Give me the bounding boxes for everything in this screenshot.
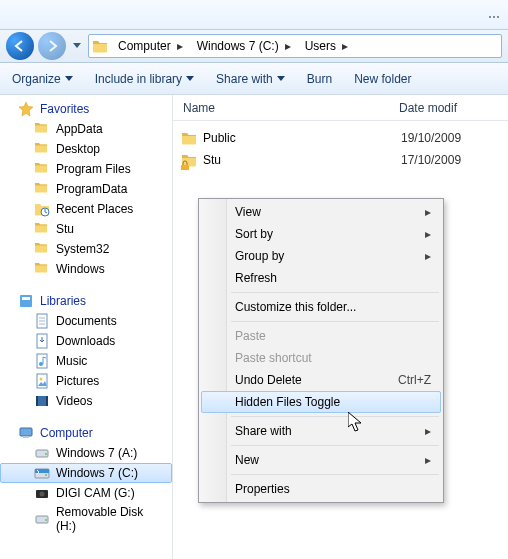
file-name: Stu [203, 153, 221, 167]
command-bar: Organize Include in library Share with B… [0, 63, 508, 95]
menu-paste-shortcut: Paste shortcut [201, 347, 441, 369]
sidebar-item-removable[interactable]: Removable Disk (H:) [0, 503, 172, 535]
menu-view[interactable]: View▸ [201, 201, 441, 223]
file-date: 19/10/2009 [401, 131, 461, 145]
chevron-right-icon: ▸ [425, 249, 431, 263]
file-name: Public [203, 131, 236, 145]
folder-icon [89, 38, 111, 54]
shortcut-label: Ctrl+Z [398, 373, 431, 387]
menu-paste: Paste [201, 325, 441, 347]
menu-new[interactable]: New▸ [201, 449, 441, 471]
sidebar-item-videos[interactable]: Videos [0, 391, 172, 411]
menu-customize[interactable]: Customize this folder... [201, 296, 441, 318]
window-titlebar: ⋯ [0, 0, 508, 30]
chevron-right-icon: ▸ [425, 453, 431, 467]
menu-undo-delete[interactable]: Undo DeleteCtrl+Z [201, 369, 441, 391]
menu-properties[interactable]: Properties [201, 478, 441, 500]
sidebar-item-downloads[interactable]: Downloads [0, 331, 172, 351]
sidebar-item-system32[interactable]: System32 [0, 239, 172, 259]
sidebar-item-documents[interactable]: Documents [0, 311, 172, 331]
folder-icon [181, 130, 197, 146]
chevron-right-icon[interactable]: ▸ [174, 39, 186, 53]
chevron-right-icon[interactable]: ▸ [282, 39, 294, 53]
column-date[interactable]: Date modif [399, 101, 508, 115]
menu-hidden-files-toggle[interactable]: Hidden Files Toggle [201, 391, 441, 413]
crumb-computer[interactable]: Computer▸ [111, 35, 190, 57]
chevron-right-icon: ▸ [425, 424, 431, 438]
back-button[interactable] [6, 32, 34, 60]
navigation-pane: Favorites AppData Desktop Program Files … [0, 95, 173, 559]
burn-button[interactable]: Burn [307, 72, 332, 86]
file-row-stu[interactable]: Stu 17/10/2009 [173, 149, 508, 171]
menu-share-with[interactable]: Share with▸ [201, 420, 441, 442]
libraries-header[interactable]: Libraries [0, 291, 172, 311]
chevron-right-icon[interactable]: ▸ [339, 39, 351, 53]
menu-refresh[interactable]: Refresh [201, 267, 441, 289]
history-dropdown[interactable] [70, 43, 84, 49]
sidebar-item-program-files[interactable]: Program Files [0, 159, 172, 179]
sidebar-item-stu[interactable]: Stu [0, 219, 172, 239]
menu-group-by[interactable]: Group by▸ [201, 245, 441, 267]
file-date: 17/10/2009 [401, 153, 461, 167]
file-row-public[interactable]: Public 19/10/2009 [173, 127, 508, 149]
sidebar-item-drive-c[interactable]: Windows 7 (C:) [0, 463, 172, 483]
forward-button[interactable] [38, 32, 66, 60]
sidebar-item-recent-places[interactable]: Recent Places [0, 199, 172, 219]
address-bar[interactable]: Computer▸ Windows 7 (C:)▸ Users▸ [88, 34, 502, 58]
nav-row: Computer▸ Windows 7 (C:)▸ Users▸ [0, 30, 508, 63]
organize-button[interactable]: Organize [12, 72, 73, 86]
sidebar-item-programdata[interactable]: ProgramData [0, 179, 172, 199]
chevron-right-icon: ▸ [425, 227, 431, 241]
chevron-down-icon [277, 76, 285, 81]
favorites-header[interactable]: Favorites [0, 99, 172, 119]
column-name[interactable]: Name [179, 101, 399, 115]
sidebar-item-music[interactable]: Music [0, 351, 172, 371]
sidebar-item-windows[interactable]: Windows [0, 259, 172, 279]
share-with-button[interactable]: Share with [216, 72, 285, 86]
sidebar-item-desktop[interactable]: Desktop [0, 139, 172, 159]
lock-icon [179, 158, 191, 170]
sidebar-item-appdata[interactable]: AppData [0, 119, 172, 139]
title-overflow: ⋯ [488, 10, 500, 24]
chevron-down-icon [186, 76, 194, 81]
sidebar-item-drive-a[interactable]: Windows 7 (A:) [0, 443, 172, 463]
chevron-right-icon: ▸ [425, 205, 431, 219]
sidebar-item-pictures[interactable]: Pictures [0, 371, 172, 391]
new-folder-button[interactable]: New folder [354, 72, 411, 86]
context-menu: View▸ Sort by▸ Group by▸ Refresh Customi… [198, 198, 444, 503]
column-headers: Name Date modif [173, 95, 508, 121]
crumb-drive[interactable]: Windows 7 (C:)▸ [190, 35, 298, 57]
crumb-folder[interactable]: Users▸ [298, 35, 355, 57]
chevron-down-icon [65, 76, 73, 81]
menu-sort-by[interactable]: Sort by▸ [201, 223, 441, 245]
include-library-button[interactable]: Include in library [95, 72, 194, 86]
computer-header[interactable]: Computer [0, 423, 172, 443]
sidebar-item-digicam[interactable]: DIGI CAM (G:) [0, 483, 172, 503]
